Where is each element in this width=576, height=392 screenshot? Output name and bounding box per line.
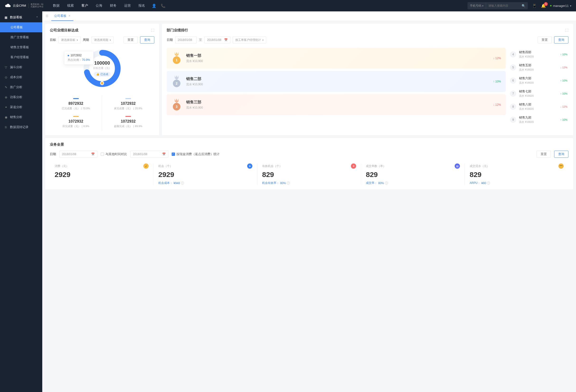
rank-card[interactable]: 3销售三部流水 ¥10,900↓ 12% [167,94,506,115]
calendar-icon: 📅 [162,152,166,156]
metric-icon: ✦ [351,163,356,169]
help-icon[interactable]: ? [181,181,184,185]
select-target[interactable]: 请选择目标▾ [58,36,81,43]
sidebar-item[interactable]: ⊙成本分析 [0,72,42,82]
select-groupby[interactable]: 按工单客户经理统计▾ [233,36,266,43]
rank-row[interactable]: 8销售八部流水 ¥19020↓ 12% [509,100,568,113]
tab-bar: ☰ 公司看板 ✕ [42,11,576,21]
checkbox-compare[interactable]: 与其他时间对比 [101,152,127,156]
medal-icon: 1 [172,52,182,64]
nav-right: 手机号码▾ 🔍 📱 🔔5 manager11 ▾ [467,2,571,9]
sidebar-item[interactable]: ▽漏斗分析 [0,62,42,72]
sidebar-item[interactable]: 推广主管看板 [0,32,42,42]
sidebar-item[interactable]: ⚭渠道分析 [0,102,42,112]
select-period[interactable]: 请选择周期▾ [91,36,114,43]
svg-text:1: 1 [176,58,178,62]
collapse-sidebar-icon[interactable]: ☰ [46,14,48,18]
query-button[interactable]: 查询 [554,36,568,43]
chevron-down-icon: ▾ [482,4,483,7]
checkbox-icon [101,152,104,156]
stat-cell: 8972932已完成量（元）|70.9% [50,95,102,113]
chevron-down-icon: ▾ [77,39,78,41]
sidebar: ▦数据看板 ⌃ 公司看板推广主管看板销售主管看板客户经理看板 ▽漏斗分析⊙成本分… [0,11,42,392]
nav-item[interactable]: 公海 [96,3,102,8]
metric-icon: ➤ [247,163,252,169]
date-input-1[interactable]: 2018/01/08📅 [59,151,97,158]
status-dot [550,5,551,6]
checkbox-cash[interactable]: 按现金消费（返点后消费）统计 [172,152,220,156]
card-ranking: 部门业绩排行 ⛶ 日期 2018/01/08 至 2018/01/08📅 按工单… [162,24,573,135]
filter-label: 周期 [83,38,89,42]
svg-text:3: 3 [176,105,178,109]
menu-icon: ◉ [4,116,8,119]
thumb-icon: 👍 [96,73,99,76]
donut-label: 目标总量（元） [93,66,111,70]
menu-icon: ⊕ [4,95,8,99]
menu-icon: ⚭ [4,105,8,109]
user-menu[interactable]: manager11 ▾ [550,4,571,8]
reset-button[interactable]: 重置 [538,36,552,43]
help-icon[interactable]: ? [487,181,490,185]
tooltip: 1072932 所占比例：70.9% [64,51,93,65]
date-separator: 至 [199,38,202,42]
sidebar-item[interactable]: ⎘数据流转记录 [0,122,42,132]
reset-button[interactable]: 重置 [123,36,138,43]
rank-number: 5 [510,64,516,71]
sidebar-item[interactable]: ✎推广分析 [0,82,42,92]
rank-row[interactable]: 7销售七部流水 ¥19020↑ 10% [509,87,568,100]
reset-button[interactable]: 重置 [537,151,551,158]
bell-icon[interactable]: 🔔5 [541,3,546,8]
help-icon[interactable]: ? [287,181,290,185]
dashboard-icon: ▦ [4,16,8,19]
query-button[interactable]: 查询 [140,36,154,43]
rank-number: 8 [510,104,516,110]
nav-item[interactable]: 数据 [53,3,59,8]
date-to[interactable]: 2018/01/08📅 [204,36,230,43]
rank-card[interactable]: 2销售二部流水 ¥10,900↑ 10% [167,71,506,92]
filter-label: 目标 [50,38,56,42]
expand-icon[interactable]: ⛶ [565,29,568,32]
sidebar-group-dashboard[interactable]: ▦数据看板 ⌃ [0,12,42,22]
phone-icon[interactable]: 📞 [161,3,166,8]
mobile-icon[interactable]: 📱 [532,3,537,8]
menu-icon: ⊙ [4,76,8,79]
user-icon[interactable]: 👤 [152,3,156,8]
stat-cell: 1072932超额完成（元）|89.9% [102,113,154,131]
close-icon[interactable]: ✕ [68,14,71,17]
rank-row[interactable]: 4销售四部流水 ¥19020↑ 10% [509,48,568,61]
sidebar-item[interactable]: 公司看板 [0,22,42,32]
search-icon[interactable]: 🔍 [519,4,528,8]
menu-icon: ✎ [4,86,8,89]
search-input[interactable] [486,4,519,7]
nav-item[interactable]: 财务 [110,3,116,8]
checkbox-checked-icon [172,152,175,156]
card-title: 公司业绩目标达成 [50,28,78,32]
filter-label: 日期 [50,152,56,156]
donut-chart: 100000 目标总量（元） 👍已达成 1072932 所占比例：70.9% [82,48,122,89]
date-from[interactable]: 2018/01/08 [175,36,197,43]
query-button[interactable]: 查询 [554,151,568,158]
rank-row[interactable]: 9销售九部流水 ¥19020↑ 10% [509,113,568,126]
filter-label: 日期 [167,38,173,42]
metric-icon: ▤ [455,163,460,169]
expand-icon[interactable]: ⛶ [151,29,154,32]
rank-row[interactable]: 5销售五部流水 ¥19020↓ 12% [509,61,568,74]
metric-icon: 💰 [144,163,149,169]
nav-item[interactable]: 报名 [138,3,145,8]
tab-company-board[interactable]: 公司看板 ✕ [51,11,73,21]
date-input-2[interactable]: 2018/01/08📅 [130,151,168,158]
rank-card[interactable]: 1销售一部流水 ¥10,900↓ 12% [167,48,506,69]
search-type-select[interactable]: 手机号码▾ [467,2,486,9]
nav-item[interactable]: 线索 [67,3,74,8]
sidebar-item[interactable]: ⊕访客分析 [0,92,42,102]
nav-item[interactable]: 客户 [82,3,88,8]
help-icon[interactable]: ? [385,181,388,185]
logo-text: 云朵CRM [13,3,26,8]
metric-card: 消费（元）💰2929 [50,163,154,185]
svg-text:2: 2 [176,82,178,85]
nav-item[interactable]: 运营 [124,3,131,8]
sidebar-item[interactable]: 销售主管看板 [0,42,42,52]
sidebar-item[interactable]: 客户经理看板 [0,52,42,62]
rank-row[interactable]: 6销售六部流水 ¥19020↑ 10% [509,74,568,87]
sidebar-item[interactable]: ◉销售分析 [0,112,42,122]
